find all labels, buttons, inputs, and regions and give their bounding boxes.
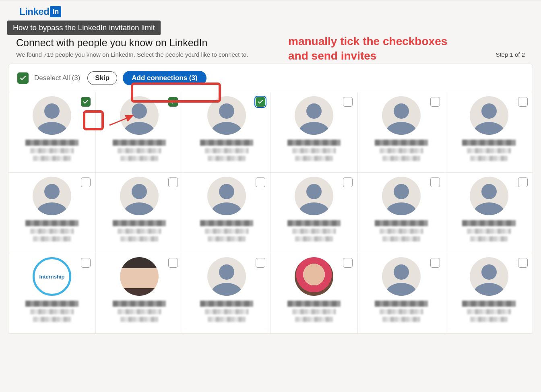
person-card[interactable] — [183, 173, 270, 253]
blurred-name — [375, 140, 428, 146]
blurred-title — [292, 229, 336, 234]
person-checkbox[interactable] — [81, 177, 91, 187]
person-checkbox[interactable] — [256, 97, 265, 107]
blurred-title — [380, 148, 423, 153]
person-card[interactable] — [8, 92, 96, 173]
person-card[interactable] — [358, 253, 445, 334]
step-indicator: Step 1 of 2 — [496, 51, 525, 58]
person-card[interactable] — [445, 173, 533, 253]
person-info-blurred — [275, 140, 353, 161]
person-card[interactable] — [358, 92, 445, 173]
person-card[interactable] — [270, 253, 358, 334]
person-checkbox[interactable] — [256, 258, 265, 268]
avatar-default — [207, 177, 246, 215]
person-checkbox[interactable] — [430, 177, 440, 187]
blurred-subtitle — [295, 317, 332, 322]
blurred-name — [287, 301, 341, 307]
linkedin-logo: Linked in — [19, 6, 61, 17]
blurred-name — [200, 140, 253, 146]
blurred-name — [462, 220, 516, 226]
connections-panel: Deselect All (3) Skip Add connections (3… — [8, 64, 533, 334]
blurred-name — [287, 140, 341, 146]
blurred-title — [467, 148, 511, 153]
person-checkbox[interactable] — [343, 97, 353, 107]
person-checkbox[interactable] — [168, 258, 178, 268]
person-card[interactable] — [183, 253, 270, 334]
blurred-name — [113, 140, 166, 146]
master-checkbox[interactable] — [17, 72, 29, 84]
blurred-subtitle — [33, 236, 70, 241]
person-checkbox[interactable] — [168, 177, 178, 187]
blurred-name — [462, 140, 516, 146]
blurred-name — [200, 220, 253, 226]
person-checkbox[interactable] — [81, 258, 91, 268]
person-checkbox[interactable] — [518, 258, 528, 268]
avatar-default — [295, 96, 333, 135]
blurred-name — [375, 301, 428, 307]
blurred-title — [30, 309, 74, 314]
person-card[interactable] — [358, 173, 445, 253]
avatar-default — [382, 96, 421, 135]
person-info-blurred — [100, 140, 178, 161]
blurred-title — [205, 148, 249, 153]
person-card[interactable] — [445, 92, 533, 173]
avatar-default — [382, 177, 421, 215]
blurred-title — [467, 229, 511, 234]
blurred-subtitle — [382, 317, 420, 322]
blurred-title — [292, 148, 336, 153]
blurred-name — [25, 220, 78, 226]
blurred-name — [375, 220, 428, 226]
person-card[interactable] — [96, 92, 183, 173]
blurred-name — [113, 301, 166, 307]
person-card[interactable]: Internship — [8, 253, 96, 334]
person-card[interactable] — [8, 173, 96, 253]
blurred-title — [118, 148, 161, 153]
person-info-blurred — [450, 140, 528, 161]
page-title: Connect with people you know on LinkedIn — [16, 37, 525, 49]
check-icon — [257, 99, 264, 105]
person-info-blurred — [362, 301, 440, 322]
person-card[interactable] — [96, 253, 183, 334]
person-card[interactable] — [270, 173, 358, 253]
person-checkbox[interactable] — [81, 97, 91, 107]
page-subtitle: We found 719 people you know on LinkedIn… — [16, 51, 525, 58]
person-info-blurred — [362, 140, 440, 161]
person-checkbox[interactable] — [168, 97, 178, 107]
avatar-default — [120, 96, 159, 135]
avatar-internship: Internship — [33, 257, 71, 296]
avatar-default — [295, 177, 333, 215]
blurred-subtitle — [208, 236, 245, 241]
check-icon — [83, 99, 89, 105]
add-connections-button[interactable]: Add connections (3) — [123, 71, 206, 85]
person-card[interactable] — [270, 92, 358, 173]
person-checkbox[interactable] — [430, 97, 440, 107]
person-info-blurred — [188, 220, 266, 241]
toolbar: Deselect All (3) Skip Add connections (3… — [8, 64, 533, 92]
blurred-name — [200, 301, 253, 307]
blurred-name — [287, 220, 341, 226]
person-card[interactable] — [96, 173, 183, 253]
person-checkbox[interactable] — [343, 258, 353, 268]
skip-button[interactable]: Skip — [87, 71, 117, 85]
tooltip-caption: How to bypass the LinkedIn invitation li… — [7, 21, 161, 35]
person-checkbox[interactable] — [256, 177, 265, 187]
blurred-subtitle — [470, 156, 508, 161]
person-checkbox[interactable] — [518, 97, 528, 107]
person-info-blurred — [362, 220, 440, 241]
person-card[interactable] — [445, 253, 533, 334]
deselect-all-label[interactable]: Deselect All (3) — [34, 74, 80, 82]
avatar-default — [470, 257, 508, 296]
person-checkbox[interactable] — [343, 177, 353, 187]
person-info-blurred — [450, 301, 528, 322]
person-checkbox[interactable] — [518, 177, 528, 187]
avatar-default — [33, 177, 71, 215]
person-card[interactable] — [183, 92, 270, 173]
blurred-subtitle — [120, 236, 158, 241]
avatar-photo — [120, 257, 159, 296]
blurred-title — [292, 309, 336, 314]
blurred-subtitle — [382, 236, 420, 241]
person-checkbox[interactable] — [430, 258, 440, 268]
avatar-default — [207, 96, 246, 135]
blurred-title — [30, 148, 74, 153]
avatar-default — [470, 177, 508, 215]
